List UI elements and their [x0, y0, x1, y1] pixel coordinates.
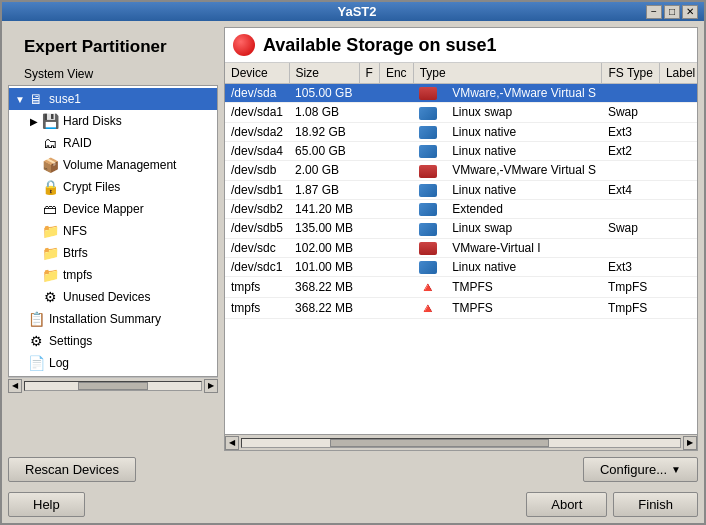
- table-row[interactable]: /dev/sda1 1.08 GB Linux swap Swap: [225, 103, 697, 122]
- table-row[interactable]: /dev/sdc 102.00 MB VMware-Virtual I: [225, 238, 697, 257]
- help-button[interactable]: Help: [8, 492, 85, 517]
- cell-type: Linux native: [446, 180, 602, 199]
- crypt-icon: 🔒: [41, 178, 59, 196]
- abort-button[interactable]: Abort: [526, 492, 607, 517]
- left-panel[interactable]: ▼ 🖥 suse1 ▶ 💾 Hard Disks: [8, 85, 218, 377]
- rescan-devices-button[interactable]: Rescan Devices: [8, 457, 136, 482]
- sidebar-item-hard-disks[interactable]: ▶ 💾 Hard Disks: [9, 110, 217, 132]
- cell-type: VMware,-VMware Virtual S: [446, 84, 602, 103]
- cell-enc: [379, 257, 413, 276]
- cell-fs-type: [602, 84, 659, 103]
- cell-type-icon: [413, 161, 446, 180]
- cell-size: 1.08 GB: [289, 103, 359, 122]
- left-scrollbar-track[interactable]: [24, 381, 202, 391]
- cell-f: [359, 84, 379, 103]
- sidebar-item-btrfs[interactable]: 📁 Btrfs: [9, 242, 217, 264]
- scroll-left-arrow[interactable]: ◀: [225, 436, 239, 450]
- table-row[interactable]: /dev/sda4 65.00 GB Linux native Ext2: [225, 141, 697, 160]
- device-icon: 🗃: [41, 200, 59, 218]
- cell-label: [659, 84, 697, 103]
- maximize-button[interactable]: □: [664, 5, 680, 19]
- partition-icon: [419, 203, 437, 216]
- right-scrollbar-thumb[interactable]: [330, 439, 549, 447]
- sidebar-item-unused-devices[interactable]: ⚙ Unused Devices: [9, 286, 217, 308]
- col-f: F: [359, 63, 379, 84]
- cell-fs-type: [602, 161, 659, 180]
- cell-type: Linux swap: [446, 219, 602, 238]
- cell-type: TMPFS: [446, 298, 602, 319]
- storage-table-body: /dev/sda 105.00 GB VMware,-VMware Virtua…: [225, 84, 697, 319]
- cell-size: 18.92 GB: [289, 122, 359, 141]
- configure-label: Configure...: [600, 462, 667, 477]
- storage-table-container[interactable]: Device Size F Enc Type FS Type Label /de…: [225, 63, 697, 434]
- table-row[interactable]: /dev/sdb 2.00 GB VMware,-VMware Virtual …: [225, 161, 697, 180]
- nfs-icon: 📁: [41, 222, 59, 240]
- col-type: Type: [413, 63, 602, 84]
- cell-size: 2.00 GB: [289, 161, 359, 180]
- table-header-row: Device Size F Enc Type FS Type Label: [225, 63, 697, 84]
- close-button[interactable]: ✕: [682, 5, 698, 19]
- sidebar-item-log[interactable]: 📄 Log: [9, 352, 217, 374]
- cell-f: [359, 161, 379, 180]
- cell-enc: [379, 238, 413, 257]
- table-row[interactable]: /dev/sda 105.00 GB VMware,-VMware Virtua…: [225, 84, 697, 103]
- cell-type: Linux native: [446, 257, 602, 276]
- cell-enc: [379, 84, 413, 103]
- cell-size: 65.00 GB: [289, 141, 359, 160]
- table-row[interactable]: /dev/sda2 18.92 GB Linux native Ext3: [225, 122, 697, 141]
- footer-right: Abort Finish: [526, 492, 698, 517]
- cell-f: [359, 238, 379, 257]
- cell-enc: [379, 122, 413, 141]
- arrow-placeholder: [13, 334, 27, 348]
- cell-f: [359, 103, 379, 122]
- table-row[interactable]: /dev/sdb5 135.00 MB Linux swap Swap: [225, 219, 697, 238]
- cell-label: [659, 161, 697, 180]
- right-scrollbar-track[interactable]: [241, 438, 681, 448]
- arrow-placeholder: [27, 136, 41, 150]
- table-row[interactable]: tmpfs 368.22 MB 🔺 TMPFS TmpFS: [225, 277, 697, 298]
- minimize-button[interactable]: −: [646, 5, 662, 19]
- cell-device: /dev/sdb2: [225, 199, 289, 218]
- col-device: Device: [225, 63, 289, 84]
- cell-device: /dev/sda2: [225, 122, 289, 141]
- table-row[interactable]: /dev/sdc1 101.00 MB Linux native Ext3: [225, 257, 697, 276]
- cell-fs-type: [602, 199, 659, 218]
- sidebar-item-settings[interactable]: ⚙ Settings: [9, 330, 217, 352]
- sidebar-item-label: NFS: [63, 224, 87, 238]
- sidebar-item-tmpfs[interactable]: 📁 tmpfs: [9, 264, 217, 286]
- left-scrollbar[interactable]: ◀ ▶: [8, 377, 218, 393]
- scroll-right-arrow[interactable]: ▶: [204, 379, 218, 393]
- col-fs-type: FS Type: [602, 63, 659, 84]
- sidebar-item-device-mapper[interactable]: 🗃 Device Mapper: [9, 198, 217, 220]
- tmpfs-icon: 📁: [41, 266, 59, 284]
- cell-device: /dev/sdb: [225, 161, 289, 180]
- content-area: Expert Partitioner System View ▼ 🖥 suse1: [2, 21, 704, 523]
- page-title: Expert Partitioner: [16, 33, 210, 65]
- btrfs-icon: 📁: [41, 244, 59, 262]
- cell-label: [659, 298, 697, 319]
- sidebar-item-volume-management[interactable]: 📦 Volume Management: [9, 154, 217, 176]
- left-scrollbar-thumb[interactable]: [78, 382, 148, 390]
- finish-button[interactable]: Finish: [613, 492, 698, 517]
- sidebar-item-installation-summary[interactable]: 📋 Installation Summary: [9, 308, 217, 330]
- cell-device: tmpfs: [225, 298, 289, 319]
- cell-label: [659, 141, 697, 160]
- cell-device: /dev/sdb5: [225, 219, 289, 238]
- table-row[interactable]: tmpfs 368.22 MB 🔺 TMPFS TmpFS: [225, 298, 697, 319]
- sidebar-item-nfs[interactable]: 📁 NFS: [9, 220, 217, 242]
- scroll-left-arrow[interactable]: ◀: [8, 379, 22, 393]
- sidebar-item-raid[interactable]: 🗂 RAID: [9, 132, 217, 154]
- cell-enc: [379, 161, 413, 180]
- table-row[interactable]: /dev/sdb2 141.20 MB Extended: [225, 199, 697, 218]
- cell-f: [359, 219, 379, 238]
- cell-device: /dev/sdc1: [225, 257, 289, 276]
- sidebar-item-suse1[interactable]: ▼ 🖥 suse1: [9, 88, 217, 110]
- cell-label: [659, 277, 697, 298]
- cell-enc: [379, 277, 413, 298]
- configure-button[interactable]: Configure... ▼: [583, 457, 698, 482]
- scroll-right-arrow[interactable]: ▶: [683, 436, 697, 450]
- table-row[interactable]: /dev/sdb1 1.87 GB Linux native Ext4: [225, 180, 697, 199]
- right-scrollbar[interactable]: ◀ ▶: [225, 434, 697, 450]
- cell-label: [659, 103, 697, 122]
- sidebar-item-crypt-files[interactable]: 🔒 Crypt Files: [9, 176, 217, 198]
